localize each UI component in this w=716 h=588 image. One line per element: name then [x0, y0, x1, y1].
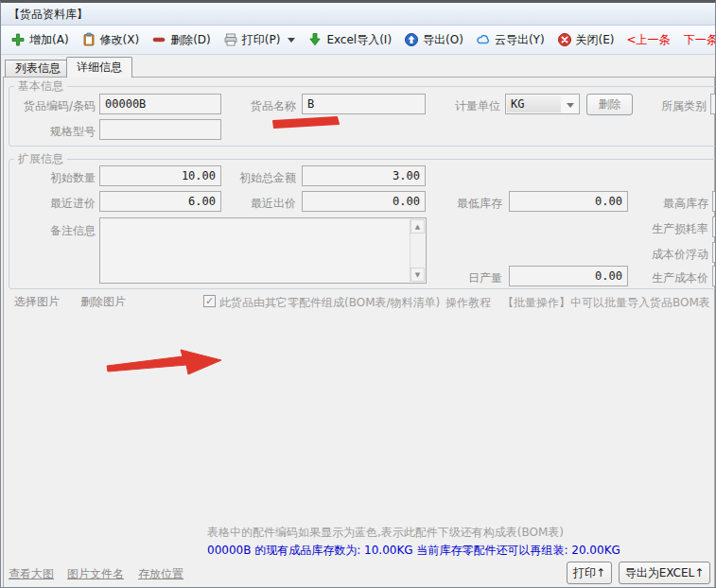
minus-icon — [151, 32, 166, 47]
detail-panel — [3, 77, 715, 588]
cloud-export-label: 云导出(Y) — [495, 32, 545, 48]
cost-float-field[interactable] — [712, 242, 716, 263]
delete-button[interactable]: 删除(D) — [151, 32, 211, 48]
unit-label: 计量单位 — [444, 98, 500, 114]
excel-import-label: Excel导入(I) — [326, 32, 392, 48]
daily-output-label: 日产量 — [442, 270, 502, 286]
view-large-image-link[interactable]: 查看大图 — [9, 566, 54, 582]
printer-icon — [223, 32, 238, 47]
spec-label: 规格型号 — [39, 124, 96, 140]
recent-out-label: 最近出价 — [228, 196, 296, 212]
storage-location-link[interactable]: 存放位置 — [138, 566, 183, 582]
max-stock-field[interactable] — [712, 191, 716, 212]
code-label: 货品编码/条码 — [9, 98, 96, 114]
delete-picture-link[interactable]: 删除图片 — [80, 294, 126, 310]
min-stock-field[interactable]: 0.00 — [509, 191, 628, 212]
unit-value: KG — [507, 95, 561, 112]
code-field[interactable]: 00000B — [99, 94, 221, 114]
spec-field[interactable] — [99, 119, 221, 140]
tab-list-info[interactable]: 列表信息 — [5, 60, 71, 77]
prod-cost-label: 生产成本价 — [642, 270, 708, 286]
select-picture-link[interactable]: 选择图片 — [14, 294, 60, 310]
daily-output-field[interactable]: 0.00 — [509, 266, 628, 286]
remark-label: 备注信息 — [39, 223, 96, 239]
extend-info-title: 扩展信息 — [14, 153, 67, 164]
name-field[interactable]: B — [302, 94, 426, 114]
close-label: 关闭(E) — [576, 32, 615, 48]
recent-out-field[interactable]: 0.00 — [302, 191, 426, 212]
init-amt-label: 初始总金额 — [228, 170, 296, 186]
batch-import-tip: 【批量操作】中可以批量导入货品BOM表 — [502, 295, 710, 311]
export-excel-button[interactable]: 导出为EXCEL↑ — [619, 562, 710, 584]
edit-button[interactable]: 修改(X) — [81, 32, 140, 48]
bom-blue-hint: 表格中的配件编码如果显示为蓝色,表示此配件下级还有构成表(BOM表) — [207, 525, 564, 541]
picture-filename-link[interactable]: 图片文件名 — [67, 566, 124, 582]
add-button[interactable]: 增加(A) — [10, 32, 69, 48]
unit-delete-button[interactable]: 删除 — [586, 94, 633, 115]
min-stock-label: 最低库存 — [442, 196, 502, 212]
stock-summary-text: 00000B 的现有成品库存数为: 10.00KG 当前库存零配件还可以再组装:… — [207, 543, 620, 559]
export-button[interactable]: 导出(O) — [404, 32, 463, 48]
next-record-button[interactable]: 下一条> — [684, 32, 715, 48]
excel-import-icon — [307, 32, 323, 47]
prev-record-button[interactable]: <上一条 — [627, 32, 671, 48]
delete-label: 删除(D) — [170, 32, 211, 48]
basic-info-title: 基本信息 — [14, 80, 67, 92]
loss-rate-label: 生产损耗率 — [642, 221, 708, 237]
remark-textarea[interactable]: ▲ ▼ — [99, 217, 427, 284]
print-dropdown-caret-icon[interactable] — [288, 38, 295, 43]
toolbar: 增加(A) 修改(X) 删除(D) 打印(P) Excel导入(I) 导出(O)… — [1, 26, 715, 55]
bom-checkbox-label: 此货品由其它零配件组成(BOM表/物料清单) — [219, 295, 440, 311]
title-bar: 【货品资料库】 — [1, 3, 715, 26]
export-label: 导出(O) — [423, 32, 463, 48]
goods-data-window: 【货品资料库】 增加(A) 修改(X) 删除(D) 打印(P) Excel导入(… — [0, 0, 716, 588]
cloud-export-button[interactable]: 云导出(Y) — [476, 32, 545, 48]
cloud-icon — [476, 32, 491, 47]
close-button[interactable]: 关闭(E) — [557, 32, 615, 48]
close-icon — [557, 32, 572, 47]
recent-in-field[interactable]: 6.00 — [99, 191, 221, 212]
add-label: 增加(A) — [29, 32, 69, 48]
tab-detail-label: 详细信息 — [77, 60, 122, 76]
add-icon — [10, 32, 26, 47]
loss-rate-field[interactable] — [712, 216, 716, 237]
init-amt-field[interactable]: 3.00 — [302, 165, 426, 186]
tab-detail-info[interactable]: 详细信息 — [66, 57, 132, 78]
remark-scrollbar[interactable]: ▲ ▼ — [410, 219, 425, 282]
chevron-down-icon — [567, 103, 574, 108]
scroll-up-icon[interactable]: ▲ — [410, 219, 425, 233]
print-bottom-button[interactable]: 打印↑ — [567, 562, 612, 584]
init-qty-field[interactable]: 10.00 — [99, 165, 221, 186]
print-label: 打印(P) — [242, 32, 281, 48]
export-icon — [404, 32, 419, 47]
max-stock-label: 最高库存 — [648, 196, 708, 212]
bom-checkbox[interactable]: ✓ — [203, 295, 216, 307]
edit-label: 修改(X) — [100, 32, 140, 48]
category-label: 所属类别 — [650, 98, 707, 114]
operation-tutorial-link[interactable]: 操作教程 — [445, 295, 491, 311]
excel-import-button[interactable]: Excel导入(I) — [307, 32, 392, 48]
name-label: 货品名称 — [236, 98, 296, 114]
unit-combobox[interactable]: KG — [505, 94, 580, 114]
edit-icon — [81, 32, 96, 47]
window-title: 【货品资料库】 — [9, 7, 88, 23]
cost-float-label: 成本价浮动 — [642, 247, 708, 263]
unit-dropdown-button[interactable] — [564, 98, 577, 112]
prod-cost-field[interactable] — [712, 266, 716, 286]
tab-list-label: 列表信息 — [15, 61, 61, 77]
category-field[interactable]: 1 — [710, 94, 716, 114]
scroll-down-icon[interactable]: ▼ — [410, 268, 425, 282]
recent-in-label: 最近进价 — [9, 196, 96, 212]
init-qty-label: 初始数量 — [9, 170, 96, 186]
print-button[interactable]: 打印(P) — [223, 32, 296, 48]
